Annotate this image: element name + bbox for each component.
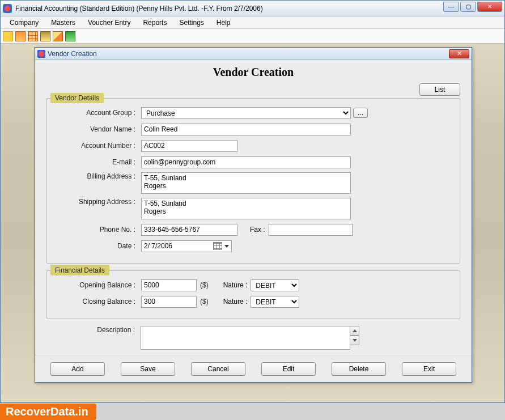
opening-nature-select[interactable]: DEBIT xyxy=(251,279,299,291)
dialog-close-button[interactable]: ✕ xyxy=(449,49,469,58)
main-window: Financial Accounting (Standard Edition) … xyxy=(0,0,505,403)
vendor-creation-dialog: Vendor Creation ✕ Vendor Creation List V… xyxy=(35,47,472,383)
window-controls: — ▢ ✕ xyxy=(442,2,502,13)
date-label: Date : xyxy=(56,242,141,250)
email-input[interactable] xyxy=(141,156,351,168)
menu-masters[interactable]: Masters xyxy=(45,18,81,28)
toolbar-edit-icon[interactable] xyxy=(15,31,26,41)
dialog-body: List Vendor Details Account Group : Purc… xyxy=(35,83,472,355)
list-button[interactable]: List xyxy=(419,83,460,96)
menubar: Company Masters Voucher Entry Reports Se… xyxy=(1,16,504,29)
menu-company[interactable]: Company xyxy=(4,18,44,28)
delete-button[interactable]: Delete xyxy=(332,362,386,376)
phone-label: Phone No. : xyxy=(56,226,141,234)
account-group-label: Account Group : xyxy=(56,109,141,117)
financial-details-group: Financial Details Opening Balance : ($) … xyxy=(46,270,460,319)
menu-help[interactable]: Help xyxy=(211,18,236,28)
toolbar-balance-icon[interactable] xyxy=(40,31,50,41)
scroll-down-button[interactable] xyxy=(350,336,359,345)
vendor-name-input[interactable] xyxy=(141,124,351,135)
billing-address-input[interactable]: T-55, Sunland Rogers xyxy=(141,172,351,194)
fax-label: Fax : xyxy=(240,226,269,234)
toolbar-grid-icon[interactable] xyxy=(28,31,38,41)
minimize-button[interactable]: — xyxy=(443,2,459,12)
toolbar xyxy=(1,29,504,44)
app-icon xyxy=(3,4,12,13)
vendor-details-group: Vendor Details Account Group : Purchase … xyxy=(46,98,460,264)
calendar-icon[interactable] xyxy=(213,242,222,250)
shipping-address-label: Shipping Address : xyxy=(56,198,141,206)
account-group-select[interactable]: Purchase xyxy=(141,107,351,119)
edit-button[interactable]: Edit xyxy=(261,362,316,376)
exit-button[interactable]: Exit xyxy=(402,362,456,376)
vendor-name-label: Vendor Name : xyxy=(56,125,141,133)
toolbar-chart-icon[interactable] xyxy=(65,31,75,41)
description-input[interactable] xyxy=(141,326,350,350)
dialog-titlebar: Vendor Creation ✕ xyxy=(35,48,472,60)
save-button[interactable]: Save xyxy=(121,362,175,376)
maximize-button[interactable]: ▢ xyxy=(460,2,476,12)
opening-nature-label: Nature : xyxy=(221,281,251,289)
opening-balance-input[interactable] xyxy=(141,279,197,291)
closing-balance-input[interactable] xyxy=(141,296,197,308)
window-title: Financial Accounting (Standard Edition) … xyxy=(15,5,442,12)
account-number-input[interactable] xyxy=(141,140,237,152)
watermark: RecoverData.in xyxy=(0,404,96,420)
main-titlebar: Financial Accounting (Standard Edition) … xyxy=(1,1,504,16)
billing-address-label: Billing Address : xyxy=(56,172,141,180)
chevron-down-icon xyxy=(353,339,357,342)
closing-currency-label: ($) xyxy=(197,298,221,306)
toolbar-pencil-icon[interactable] xyxy=(53,31,63,41)
financial-details-legend: Financial Details xyxy=(50,265,109,275)
closing-balance-label: Closing Balance : xyxy=(56,298,141,306)
dialog-icon xyxy=(37,50,45,58)
menu-reports[interactable]: Reports xyxy=(137,18,172,28)
phone-input[interactable] xyxy=(141,224,237,236)
dialog-title: Vendor Creation xyxy=(48,50,449,58)
description-scroll xyxy=(350,326,359,345)
menu-voucher-entry[interactable]: Voucher Entry xyxy=(82,18,136,28)
fax-input[interactable] xyxy=(269,224,353,236)
date-input[interactable]: 2/ 7/2006 xyxy=(141,240,232,252)
date-dropdown-icon[interactable] xyxy=(224,245,229,248)
toolbar-new-icon[interactable] xyxy=(3,31,13,41)
close-button[interactable]: ✕ xyxy=(477,2,502,12)
dialog-footer: Add Save Cancel Edit Delete Exit xyxy=(35,355,472,382)
opening-currency-label: ($) xyxy=(197,281,221,289)
closing-nature-label: Nature : xyxy=(221,298,251,306)
closing-nature-select[interactable]: DEBIT xyxy=(251,296,299,308)
scroll-up-button[interactable] xyxy=(350,326,359,336)
email-label: E-mail : xyxy=(56,158,141,166)
vendor-details-legend: Vendor Details xyxy=(50,93,104,103)
cancel-button[interactable]: Cancel xyxy=(191,362,245,376)
date-value: 2/ 7/2006 xyxy=(144,242,172,250)
account-group-browse-button[interactable]: ... xyxy=(353,108,368,118)
menu-settings[interactable]: Settings xyxy=(173,18,209,28)
shipping-address-input[interactable]: T-55, Sunland Rogers xyxy=(141,198,351,219)
description-label: Description : xyxy=(56,326,141,334)
dialog-heading: Vendor Creation xyxy=(35,60,472,83)
add-button[interactable]: Add xyxy=(50,362,105,376)
account-number-label: Account Number : xyxy=(56,142,141,150)
chevron-up-icon xyxy=(353,329,357,332)
opening-balance-label: Opening Balance : xyxy=(56,281,141,289)
